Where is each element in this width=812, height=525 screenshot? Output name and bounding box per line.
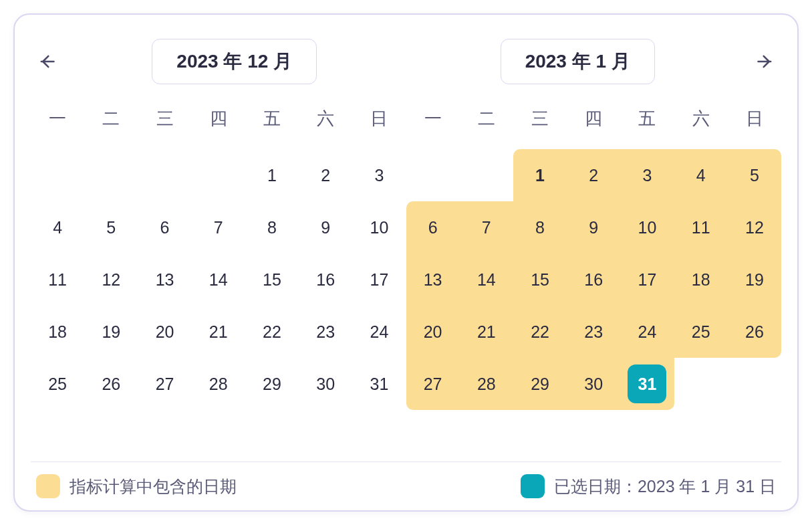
day-cell[interactable]: 3 bbox=[620, 149, 674, 201]
day-cell[interactable]: 13 bbox=[406, 253, 460, 306]
day-cell[interactable]: 7 bbox=[192, 201, 245, 253]
day-cell[interactable]: 26 bbox=[84, 358, 138, 410]
legend-selected: 已选日期：2023 年 1 月 31 日 bbox=[521, 474, 776, 498]
day-cell[interactable]: 17 bbox=[620, 253, 674, 306]
day-cell[interactable]: 20 bbox=[406, 306, 460, 358]
day-cell[interactable]: 15 bbox=[513, 253, 567, 306]
day-cell[interactable]: 17 bbox=[352, 253, 406, 306]
day-cell[interactable]: 7 bbox=[460, 201, 513, 253]
calendar-header: 2023 年 12 月 2023 年 1 月 bbox=[31, 33, 781, 100]
day-cell[interactable]: 12 bbox=[84, 253, 138, 306]
day-cell[interactable]: 8 bbox=[245, 201, 299, 253]
prev-month-button[interactable] bbox=[31, 45, 63, 78]
day-cell[interactable]: 23 bbox=[567, 306, 620, 358]
day-empty bbox=[406, 149, 460, 201]
day-cell[interactable]: 9 bbox=[567, 201, 620, 253]
day-cell[interactable]: 29 bbox=[245, 358, 299, 410]
day-cell[interactable]: 13 bbox=[138, 253, 191, 306]
weekday-label: 三 bbox=[138, 100, 191, 137]
day-cell[interactable]: 12 bbox=[728, 201, 781, 253]
calendar-card: 2023 年 12 月 2023 年 1 月 一二三四五六日 123456789… bbox=[13, 13, 799, 512]
selected-day-chip[interactable]: 31 bbox=[628, 364, 666, 403]
day-empty bbox=[31, 149, 84, 201]
day-cell[interactable]: 10 bbox=[620, 201, 674, 253]
day-cell[interactable]: 1 bbox=[245, 149, 299, 201]
months-wrap: 一二三四五六日 12345678910111213141516171819202… bbox=[31, 100, 781, 461]
day-cell[interactable]: 24 bbox=[352, 306, 406, 358]
right-month: 一二三四五六日 12345678910111213141516171819202… bbox=[406, 100, 782, 461]
swatch-selected bbox=[521, 474, 545, 498]
day-cell[interactable]: 4 bbox=[674, 149, 728, 201]
day-cell[interactable]: 20 bbox=[138, 306, 191, 358]
day-cell[interactable]: 2 bbox=[299, 149, 352, 201]
day-cell[interactable]: 4 bbox=[31, 201, 84, 253]
day-cell[interactable]: 2 bbox=[567, 149, 620, 201]
day-cell[interactable]: 18 bbox=[674, 253, 728, 306]
day-cell[interactable]: 8 bbox=[513, 201, 567, 253]
day-cell[interactable]: 26 bbox=[728, 306, 781, 358]
arrow-right-icon bbox=[756, 52, 775, 71]
day-cell[interactable]: 11 bbox=[674, 201, 728, 253]
day-cell[interactable]: 25 bbox=[31, 358, 84, 410]
day-cell[interactable]: 14 bbox=[192, 253, 245, 306]
day-cell[interactable]: 6 bbox=[138, 201, 191, 253]
days-grid: 1234567891011121314151617181920212223242… bbox=[31, 149, 406, 410]
day-cell[interactable]: 28 bbox=[460, 358, 513, 410]
day-cell[interactable]: 24 bbox=[620, 306, 674, 358]
legend-included: 指标计算中包含的日期 bbox=[36, 474, 237, 498]
day-cell[interactable]: 9 bbox=[299, 201, 352, 253]
weekday-label: 六 bbox=[674, 100, 728, 137]
day-cell[interactable]: 6 bbox=[406, 201, 460, 253]
day-cell[interactable]: 10 bbox=[352, 201, 406, 253]
day-cell[interactable]: 22 bbox=[513, 306, 567, 358]
day-cell[interactable]: 27 bbox=[406, 358, 460, 410]
day-cell[interactable]: 31 bbox=[620, 358, 674, 410]
next-month-button[interactable] bbox=[749, 45, 781, 78]
day-cell[interactable]: 28 bbox=[192, 358, 245, 410]
day-cell[interactable]: 25 bbox=[674, 306, 728, 358]
day-cell[interactable]: 15 bbox=[245, 253, 299, 306]
day-cell[interactable]: 16 bbox=[567, 253, 620, 306]
weekday-row: 一二三四五六日 bbox=[31, 100, 406, 137]
day-empty bbox=[138, 149, 191, 201]
day-cell[interactable]: 3 bbox=[352, 149, 406, 201]
day-cell[interactable]: 18 bbox=[31, 306, 84, 358]
day-cell[interactable]: 14 bbox=[460, 253, 513, 306]
day-cell[interactable]: 31 bbox=[352, 358, 406, 410]
day-cell[interactable]: 22 bbox=[245, 306, 299, 358]
day-empty bbox=[460, 149, 513, 201]
day-cell[interactable]: 11 bbox=[31, 253, 84, 306]
swatch-included bbox=[36, 474, 60, 498]
day-cell[interactable]: 21 bbox=[460, 306, 513, 358]
day-cell[interactable]: 5 bbox=[728, 149, 781, 201]
weekday-label: 日 bbox=[728, 100, 781, 137]
left-month: 一二三四五六日 12345678910111213141516171819202… bbox=[31, 100, 406, 461]
days-grid: 1234567891011121314151617181920212223242… bbox=[406, 149, 782, 410]
day-empty bbox=[84, 149, 138, 201]
right-month-selector[interactable]: 2023 年 1 月 bbox=[501, 39, 655, 84]
day-cell[interactable]: 19 bbox=[728, 253, 781, 306]
weekday-row: 一二三四五六日 bbox=[406, 100, 782, 137]
day-empty bbox=[192, 149, 245, 201]
day-cell[interactable]: 27 bbox=[138, 358, 191, 410]
day-cell[interactable]: 1 bbox=[513, 149, 567, 201]
day-cell[interactable]: 5 bbox=[84, 201, 138, 253]
legend: 指标计算中包含的日期 已选日期：2023 年 1 月 31 日 bbox=[31, 461, 781, 510]
day-cell[interactable]: 16 bbox=[299, 253, 352, 306]
day-cell[interactable]: 19 bbox=[84, 306, 138, 358]
arrow-left-icon bbox=[37, 52, 56, 71]
day-cell[interactable]: 30 bbox=[567, 358, 620, 410]
weekday-label: 二 bbox=[84, 100, 138, 137]
weekday-label: 三 bbox=[513, 100, 567, 137]
weekday-label: 日 bbox=[352, 100, 406, 137]
legend-selected-label: 已选日期：2023 年 1 月 31 日 bbox=[554, 476, 776, 498]
weekday-label: 二 bbox=[460, 100, 513, 137]
left-month-selector[interactable]: 2023 年 12 月 bbox=[152, 39, 317, 84]
day-cell[interactable]: 30 bbox=[299, 358, 352, 410]
day-cell[interactable]: 23 bbox=[299, 306, 352, 358]
weekday-label: 四 bbox=[567, 100, 620, 137]
day-cell[interactable]: 21 bbox=[192, 306, 245, 358]
day-cell[interactable]: 29 bbox=[513, 358, 567, 410]
weekday-label: 五 bbox=[245, 100, 299, 137]
weekday-label: 四 bbox=[192, 100, 245, 137]
